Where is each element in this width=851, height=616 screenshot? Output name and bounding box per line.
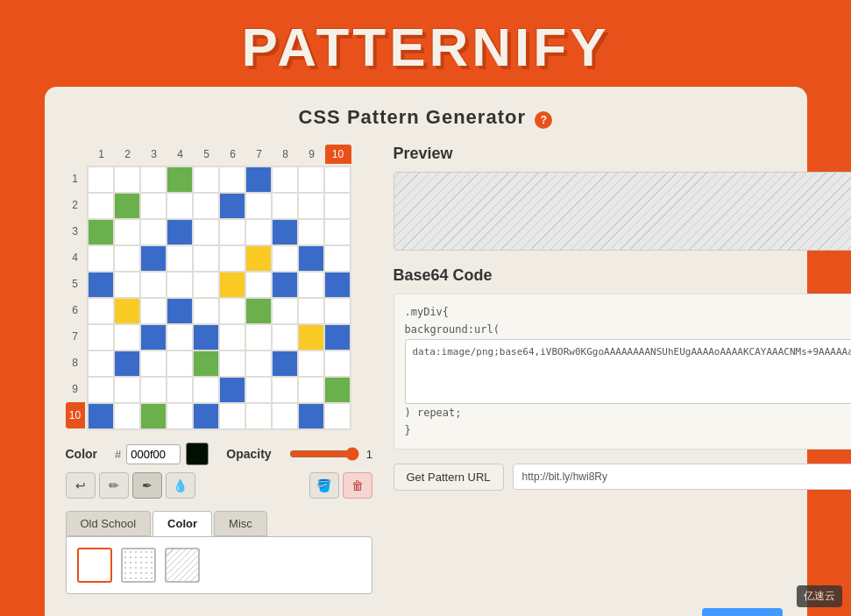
pixel-cell[interactable] (245, 350, 272, 377)
pixel-cell[interactable] (219, 272, 245, 298)
pixel-cell[interactable] (219, 298, 245, 324)
pixel-cell[interactable] (88, 245, 114, 272)
pencil-button[interactable]: ✏ (99, 472, 129, 499)
pixel-cell[interactable] (298, 245, 324, 272)
pixel-cell[interactable] (298, 193, 324, 219)
pixel-cell[interactable] (219, 324, 245, 350)
pixel-cell[interactable] (298, 324, 324, 350)
undo-button[interactable]: ↩ (66, 472, 96, 499)
pen-button[interactable]: ✒ (132, 472, 162, 499)
eyedropper-button[interactable]: 💧 (166, 472, 195, 499)
pixel-cell[interactable] (88, 272, 114, 298)
fill-button[interactable]: 🪣 (309, 472, 339, 499)
pixel-cell[interactable] (298, 219, 324, 245)
pixel-grid[interactable] (87, 166, 351, 430)
pattern-swatch-dots[interactable] (121, 548, 156, 583)
pixel-cell[interactable] (114, 219, 140, 245)
pixel-cell[interactable] (272, 219, 298, 245)
pixel-cell[interactable] (140, 298, 167, 324)
pixel-cell[interactable] (193, 350, 219, 377)
pixel-cell[interactable] (324, 219, 351, 245)
pixel-cell[interactable] (219, 219, 245, 245)
pixel-cell[interactable] (140, 193, 167, 219)
pixel-cell[interactable] (245, 377, 272, 403)
color-swatch[interactable] (186, 443, 209, 465)
help-icon[interactable]: ? (535, 111, 552, 129)
pixel-cell[interactable] (140, 245, 167, 272)
pixel-cell[interactable] (245, 403, 272, 429)
pixel-cell[interactable] (245, 272, 272, 298)
pixel-cell[interactable] (272, 403, 298, 429)
pixel-cell[interactable] (140, 272, 167, 298)
pattern-swatch-white[interactable] (77, 548, 112, 583)
pixel-cell[interactable] (167, 272, 193, 298)
pixel-cell[interactable] (324, 245, 351, 272)
tab-color[interactable]: Color (152, 511, 212, 536)
pixel-cell[interactable] (193, 272, 219, 298)
pixel-cell[interactable] (245, 193, 272, 219)
pixel-cell[interactable] (140, 377, 167, 403)
pixel-cell[interactable] (88, 219, 114, 245)
url-input[interactable] (513, 464, 851, 490)
pixel-cell[interactable] (140, 219, 167, 245)
pixel-cell[interactable] (219, 166, 245, 193)
pixel-cell[interactable] (114, 350, 140, 377)
pixel-cell[interactable] (298, 166, 324, 193)
pixel-cell[interactable] (219, 350, 245, 377)
pixel-cell[interactable] (324, 324, 351, 350)
tab-old-school[interactable]: Old School (66, 511, 152, 536)
pixel-cell[interactable] (272, 272, 298, 298)
pixel-cell[interactable] (167, 245, 193, 272)
pixel-cell[interactable] (298, 350, 324, 377)
pixel-cell[interactable] (245, 324, 272, 350)
opacity-slider[interactable] (289, 447, 359, 461)
pixel-cell[interactable] (167, 350, 193, 377)
pixel-cell[interactable] (114, 193, 140, 219)
color-text-input[interactable] (126, 444, 181, 464)
pixel-cell[interactable] (245, 245, 272, 272)
pixel-cell[interactable] (114, 166, 140, 193)
pixel-cell[interactable] (167, 298, 193, 324)
pixel-cell[interactable] (88, 324, 114, 350)
pixel-cell[interactable] (272, 377, 298, 403)
pixel-cell[interactable] (140, 324, 167, 350)
pixel-cell[interactable] (272, 298, 298, 324)
pixel-cell[interactable] (324, 166, 351, 193)
pixel-cell[interactable] (272, 166, 298, 193)
pixel-cell[interactable] (324, 272, 351, 298)
tab-misc[interactable]: Misc (214, 511, 267, 536)
pixel-cell[interactable] (193, 324, 219, 350)
pixel-cell[interactable] (193, 245, 219, 272)
pixel-cell[interactable] (272, 245, 298, 272)
pixel-cell[interactable] (193, 298, 219, 324)
pixel-cell[interactable] (140, 403, 167, 429)
pixel-cell[interactable] (167, 166, 193, 193)
pixel-cell[interactable] (88, 298, 114, 324)
pixel-cell[interactable] (88, 403, 114, 429)
pixel-cell[interactable] (219, 193, 245, 219)
pixel-cell[interactable] (114, 245, 140, 272)
pixel-cell[interactable] (114, 324, 140, 350)
pixel-cell[interactable] (88, 350, 114, 377)
pixel-cell[interactable] (324, 403, 351, 429)
trash-button[interactable]: 🗑 (343, 472, 372, 499)
pixel-cell[interactable] (298, 377, 324, 403)
pixel-cell[interactable] (193, 403, 219, 429)
pixel-cell[interactable] (88, 193, 114, 219)
pixel-cell[interactable] (245, 298, 272, 324)
pixel-cell[interactable] (88, 377, 114, 403)
pixel-cell[interactable] (272, 193, 298, 219)
pixel-cell[interactable] (272, 350, 298, 377)
pixel-cell[interactable] (193, 219, 219, 245)
pixel-cell[interactable] (245, 219, 272, 245)
pixel-cell[interactable] (298, 272, 324, 298)
pixel-cell[interactable] (324, 298, 351, 324)
pattern-swatch-lines[interactable] (165, 548, 200, 583)
pixel-cell[interactable] (193, 166, 219, 193)
pixel-cell[interactable] (167, 377, 193, 403)
pixel-cell[interactable] (324, 377, 351, 403)
pixel-cell[interactable] (140, 350, 167, 377)
pixel-cell[interactable] (245, 166, 272, 193)
pixel-cell[interactable] (140, 166, 167, 193)
pixel-cell[interactable] (193, 193, 219, 219)
